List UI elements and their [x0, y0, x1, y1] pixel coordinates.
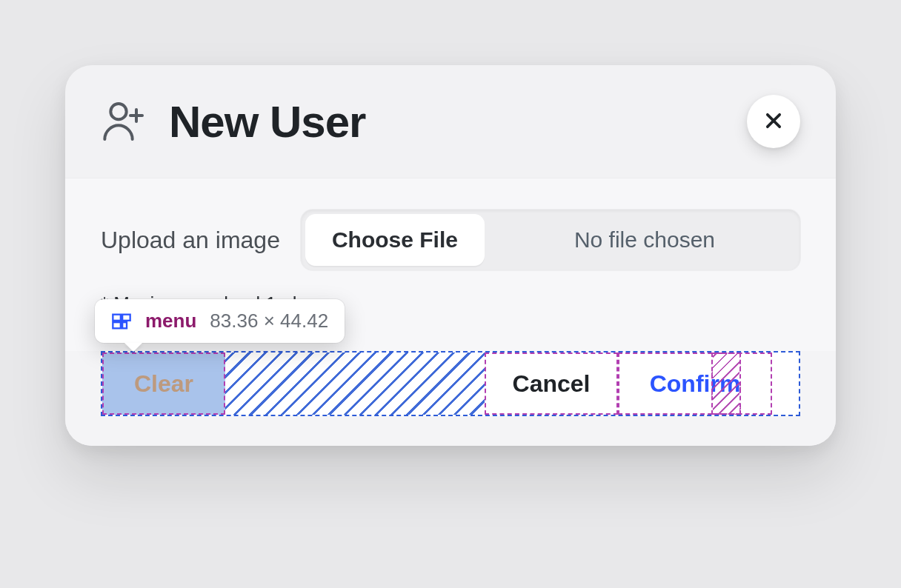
svg-rect-8: [122, 322, 127, 328]
button-row: Clear Cancel Confirm: [101, 351, 800, 416]
confirm-button[interactable]: Confirm: [618, 353, 772, 415]
flex-icon: [111, 311, 132, 332]
upload-label: Upload an image: [101, 227, 280, 254]
file-input[interactable]: Choose File No file chosen: [301, 210, 800, 270]
file-status: No file chosen: [489, 210, 800, 270]
svg-rect-5: [113, 314, 121, 320]
stage: New User Upload an image Choose File No …: [0, 0, 901, 588]
svg-rect-6: [122, 314, 130, 320]
clear-button[interactable]: Clear: [102, 353, 225, 415]
add-user-icon: [101, 98, 148, 145]
dialog-header: New User: [65, 65, 836, 178]
devtools-dimensions: 83.36 × 44.42: [210, 310, 328, 333]
devtools-tooltip: menu 83.36 × 44.42: [95, 299, 345, 343]
dialog-footer: menu 83.36 × 44.42 Clear Cancel Confirm: [65, 351, 836, 446]
close-button[interactable]: [747, 95, 800, 148]
devtools-element-name: menu: [145, 310, 196, 333]
svg-rect-7: [113, 322, 121, 328]
close-icon: [763, 110, 784, 133]
flex-gap-overlay: [711, 353, 741, 415]
cancel-button[interactable]: Cancel: [485, 353, 618, 415]
flex-spacer: [225, 353, 485, 415]
svg-point-0: [110, 104, 126, 119]
upload-row: Upload an image Choose File No file chos…: [101, 210, 800, 270]
choose-file-button[interactable]: Choose File: [305, 214, 485, 266]
dialog-card: New User Upload an image Choose File No …: [65, 65, 836, 446]
dialog-title: New User: [169, 96, 747, 147]
